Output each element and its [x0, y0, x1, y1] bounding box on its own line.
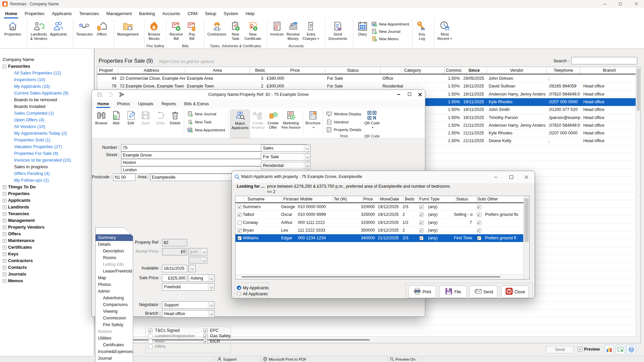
- saleprice-input[interactable]: £325,000: [162, 275, 187, 282]
- ribbon-button[interactable]: PayBill: [184, 20, 200, 41]
- tree-item[interactable]: My Follow-ups (2): [0, 177, 94, 184]
- checkbox[interactable]: ✓: [203, 339, 208, 344]
- ribbon-button[interactable]: SendDocuments: [327, 20, 348, 41]
- ribbon-button[interactable]: Properties: [3, 20, 22, 37]
- menu-item[interactable]: Properties: [21, 8, 48, 19]
- side-tab[interactable]: Income&Expenses: [96, 348, 133, 355]
- ribbon-button[interactable]: MostRecent: [436, 20, 453, 41]
- column-header[interactable]: Status: [325, 67, 381, 74]
- column-header[interactable]: Tel (W): [333, 196, 362, 202]
- close-button[interactable]: Close: [501, 286, 529, 298]
- ribbon-button[interactable]: ExtraCharges: [301, 20, 321, 41]
- table-row[interactable]: 4422 Commercial Close, Example AreaExamp…: [97, 75, 636, 82]
- menu-item[interactable]: Help: [242, 8, 258, 19]
- ribbon-button[interactable]: New Memo: [372, 36, 409, 42]
- column-header[interactable]: Branch: [580, 67, 636, 74]
- expand-icon[interactable]: +: [3, 219, 6, 223]
- available-dropdown[interactable]: [189, 265, 196, 272]
- ribbon-button[interactable]: New Journal: [372, 28, 409, 35]
- minimize-button[interactable]: [599, 0, 611, 8]
- status-preview[interactable]: Preview On: [390, 356, 415, 362]
- column-header[interactable]: Commis: [445, 67, 462, 74]
- vertical-scrollbar[interactable]: [523, 196, 529, 279]
- expand-icon[interactable]: +: [3, 226, 6, 229]
- available-input[interactable]: 16/11/2025: [162, 265, 187, 272]
- dialog-ribbon-button[interactable]: Undo: [153, 110, 168, 138]
- applicant-row[interactable]: ✓TalbotOscar010 0000 999932500019/12/202…: [235, 211, 523, 219]
- column-header[interactable]: Address: [118, 67, 185, 74]
- file-button[interactable]: File: [439, 286, 467, 298]
- ribbon-button[interactable]: Offers: [94, 20, 109, 37]
- ribbon-button[interactable]: NewCertificate: [243, 20, 263, 41]
- expand-icon[interactable]: +: [3, 185, 6, 189]
- column-header[interactable]: Subs: [476, 196, 486, 202]
- column-header[interactable]: Firstname: [282, 196, 299, 202]
- tree-section[interactable]: +Applicants: [0, 197, 94, 204]
- tree-item[interactable]: Properties Sold (1): [0, 137, 94, 143]
- ribbon-button[interactable]: KeyLog: [414, 20, 430, 41]
- dialog-ribbon-button[interactable]: New Task: [187, 119, 225, 125]
- dialog-ribbon-button[interactable]: New Journal: [187, 111, 225, 117]
- column-header[interactable]: Type: [429, 196, 455, 202]
- checkbox[interactable]: ✓: [203, 328, 208, 333]
- dialog-minimize[interactable]: [494, 177, 497, 177]
- applicant-row[interactable]: ✓WilliamsEdgar000 1234 123434000021/12/2…: [235, 234, 523, 242]
- column-header[interactable]: Vendor: [487, 67, 547, 74]
- branch-combo[interactable]: Head office: [162, 310, 215, 317]
- tree-section[interactable]: +Journals: [0, 271, 94, 278]
- column-header[interactable]: Surname: [244, 196, 282, 202]
- dialog-ribbon-button[interactable]: Save: [138, 110, 153, 138]
- column-header[interactable]: Propref: [97, 67, 118, 74]
- column-header[interactable]: Area: [185, 67, 250, 74]
- side-tab[interactable]: Certificates: [96, 342, 133, 348]
- expand-icon[interactable]: +: [3, 205, 6, 209]
- dialog-tab[interactable]: Home: [93, 99, 113, 108]
- row-checkbox[interactable]: ✓: [237, 228, 242, 233]
- tree-section[interactable]: +Landlords: [0, 204, 94, 210]
- tree-item[interactable]: Current Sales Applicants (9): [0, 90, 94, 97]
- qr-code-button[interactable]: QR Code: [363, 110, 381, 134]
- dialog-ribbon-button[interactable]: MarketingFee Invoice: [280, 110, 302, 138]
- tree-item[interactable]: My Appointments Today (2): [0, 130, 94, 137]
- dialog-ribbon-button[interactable]: New Appointment: [187, 127, 225, 133]
- column-header[interactable]: Mobile: [299, 196, 333, 202]
- side-tab[interactable]: Notices: [96, 328, 133, 335]
- tree-item[interactable]: Inspections (10): [0, 76, 94, 83]
- dialog-ribbon-button[interactable]: Browse: [94, 110, 109, 138]
- send-button[interactable]: Send: [546, 346, 574, 353]
- maximize-button[interactable]: [614, 0, 627, 8]
- menu-item[interactable]: Accounts: [159, 8, 184, 19]
- tenure-combo[interactable]: Freehold: [162, 283, 215, 291]
- expand-icon[interactable]: +: [3, 246, 6, 249]
- column-header[interactable]: Price: [362, 196, 379, 202]
- all-applicants-radio[interactable]: [237, 292, 241, 296]
- column-header[interactable]: Category: [381, 67, 445, 74]
- tree-item[interactable]: All Vendors (10): [0, 123, 94, 130]
- horizontal-scrollbar[interactable]: [235, 274, 523, 279]
- close-button[interactable]: [630, 0, 642, 8]
- dialog-ribbon-button[interactable]: MatchApplicants: [230, 110, 250, 138]
- dialog-tab[interactable]: Reports: [158, 99, 180, 108]
- tree-root[interactable]: Company Name: [0, 56, 94, 63]
- dialog-tab[interactable]: Bills & Extras: [180, 99, 213, 108]
- dialog-ribbon-button[interactable]: Window Display: [326, 111, 361, 117]
- expand-icon[interactable]: +: [3, 232, 6, 236]
- asking-combo[interactable]: Asking: [189, 275, 215, 282]
- tree-section[interactable]: +Tenancies: [0, 210, 94, 217]
- side-tab[interactable]: Admin: [96, 288, 133, 295]
- column-header[interactable]: MoveDate: [379, 196, 404, 202]
- tree-section[interactable]: +Contractors: [0, 257, 94, 264]
- side-tab[interactable]: Fire Safety: [96, 321, 133, 328]
- search-input[interactable]: [571, 57, 637, 64]
- tree-item[interactable]: Boards to be removed: [0, 97, 94, 103]
- ribbon-button[interactable]: Landlords& Vendors: [29, 20, 49, 41]
- side-tab[interactable]: Commission: [96, 315, 133, 321]
- ribbon-button[interactable]: Tenancies: [75, 20, 94, 37]
- expand-icon[interactable]: +: [3, 266, 6, 269]
- preview-checkbox[interactable]: ✓: [578, 347, 582, 352]
- column-header[interactable]: Status: [455, 196, 476, 202]
- dialog-minimize[interactable]: [397, 94, 400, 95]
- status-printer[interactable]: Microsoft Print to PDF: [263, 356, 306, 362]
- expand-icon[interactable]: +: [3, 212, 6, 216]
- chart-icon[interactable]: [604, 345, 614, 354]
